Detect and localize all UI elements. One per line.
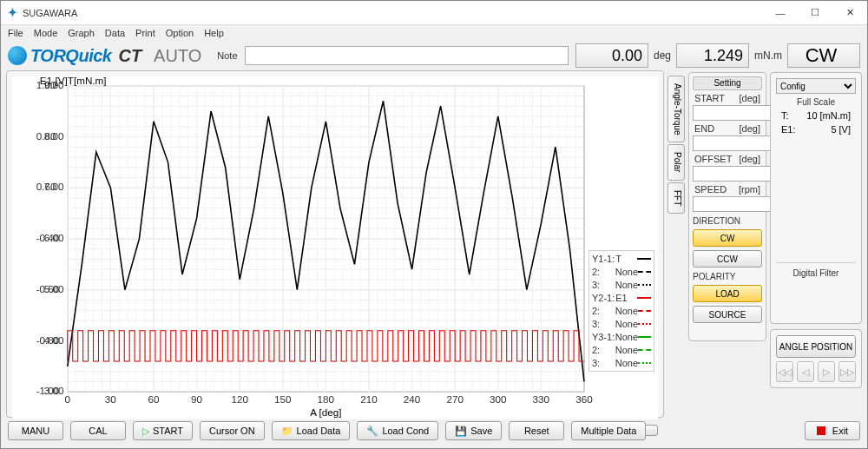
svg-text:90: 90 [191, 393, 202, 405]
menubar: File Mode Graph Data Print Option Help [1, 25, 867, 41]
menu-help[interactable]: Help [204, 28, 224, 38]
nav-rewind[interactable]: ◁◁ [776, 361, 793, 382]
menu-graph[interactable]: Graph [68, 28, 95, 38]
note-label: Note [217, 50, 237, 61]
config-select[interactable]: Config [776, 78, 856, 94]
loadcond-button[interactable]: 🔧Load Cond [357, 421, 438, 440]
svg-text:30: 30 [105, 393, 116, 405]
loaddata-button[interactable]: 📁Load Data [272, 421, 351, 440]
menu-data[interactable]: Data [105, 28, 125, 38]
vtabs: Angle-Torque Polar FFT [667, 76, 685, 418]
menu-file[interactable]: File [8, 28, 23, 38]
legend-row: 2:None [592, 306, 651, 316]
multiple-button[interactable]: Multiple Data [571, 421, 646, 440]
save-button[interactable]: 💾Save [445, 421, 502, 440]
titlebar: ✦ SUGAWARA — ☐ ✕ [1, 1, 867, 25]
speed-unit: [rpm] [739, 184, 760, 195]
manu-button[interactable]: MANU [8, 421, 63, 440]
polarity-label: POLARITY [693, 269, 762, 281]
close-button[interactable]: ✕ [832, 1, 867, 25]
start-button[interactable]: ▷START [133, 421, 193, 440]
maximize-button[interactable]: ☐ [798, 1, 832, 25]
e1-value: 5 [V] [831, 124, 851, 135]
window-title: SUGAWARA [23, 8, 763, 18]
svg-text:7.00: 7.00 [44, 181, 64, 192]
svg-text:5.00: 5.00 [44, 283, 64, 294]
svg-text:3.00: 3.00 [44, 385, 64, 396]
t-label: T: [781, 110, 789, 121]
legend-row: 3:None [592, 358, 651, 368]
tab-fft[interactable]: FFT [667, 182, 685, 214]
plot-panel: 1.009.000.808.000.607.00-0.406.00-0.605.… [6, 70, 664, 418]
menu-option[interactable]: Option [166, 28, 194, 38]
cw-button[interactable]: CW [693, 229, 762, 247]
cal-button[interactable]: CAL [70, 421, 126, 440]
right-column: Config Full Scale T:10 [mN.m] E1:5 [V] D… [770, 72, 862, 418]
config-panel: Config Full Scale T:10 [mN.m] E1:5 [V] D… [770, 72, 862, 324]
nav-back[interactable]: ◁ [797, 361, 814, 382]
legend-row: 3:None [592, 280, 651, 290]
legend-row: Y3-1:None [592, 332, 651, 342]
menu-mode[interactable]: Mode [34, 28, 58, 38]
svg-text:8.00: 8.00 [44, 130, 64, 142]
cursor-button[interactable]: Cursor ON [200, 421, 265, 440]
angle-unit: deg [654, 50, 671, 62]
mode-label: AUTO [154, 46, 201, 66]
legend-row: 2:None [592, 345, 651, 355]
source-button[interactable]: SOURCE [693, 306, 762, 323]
svg-text:E1 [V]: E1 [V] [40, 76, 68, 86]
app-icon: ✦ [8, 6, 17, 19]
play-icon: ▷ [142, 426, 149, 437]
svg-text:T[mN.m]: T[mN.m] [68, 76, 107, 86]
settings-head: Setting [693, 76, 762, 90]
legend: Y1-1:T2:None3:NoneY2-1:E12:None3:NoneY3-… [589, 250, 654, 372]
svg-text:4.00: 4.00 [44, 334, 64, 346]
svg-text:360: 360 [575, 393, 593, 405]
start-unit: [deg] [740, 93, 760, 103]
svg-text:240: 240 [404, 393, 421, 405]
svg-text:A [deg]: A [deg] [310, 406, 341, 418]
digital-filter-label: Digital Filter [776, 262, 856, 278]
settings-panel: Setting START[deg] ▾ END[deg] ▾ OFFSET[d… [688, 72, 766, 341]
svg-text:0: 0 [65, 393, 71, 405]
legend-row: Y1-1:T [592, 254, 651, 264]
note-input[interactable] [245, 46, 569, 65]
fullscale-label: Full Scale [776, 97, 856, 107]
direction-readout: CW [787, 43, 860, 68]
angle-readout: 0.00 [575, 43, 648, 68]
stop-icon [817, 426, 825, 435]
nav-ffwd[interactable]: ▷▷ [838, 361, 856, 382]
angle-nav-panel: ANGLE POSITION ◁◁ ◁ ▷ ▷▷ [770, 329, 862, 388]
nav-fwd[interactable]: ▷ [818, 361, 835, 382]
swirl-icon [8, 46, 27, 65]
ccw-button[interactable]: CCW [693, 250, 762, 267]
torque-readout: 1.249 [676, 43, 749, 68]
minimize-button[interactable]: — [763, 1, 798, 25]
svg-text:120: 120 [231, 393, 248, 405]
svg-text:210: 210 [360, 393, 378, 405]
end-unit: [deg] [740, 123, 760, 134]
menu-print[interactable]: Print [135, 28, 155, 38]
app-logo: TORQuick CT [8, 46, 141, 66]
chart: 1.009.000.808.000.607.00-0.406.00-0.605.… [12, 76, 658, 419]
load-button[interactable]: LOAD [693, 285, 762, 302]
speed-label: SPEED [694, 184, 727, 195]
legend-row: 2:None [592, 267, 651, 277]
tab-polar[interactable]: Polar [667, 144, 685, 180]
svg-text:330: 330 [533, 393, 550, 405]
tab-angle-torque[interactable]: Angle-Torque [667, 76, 685, 142]
readouts: 0.00 deg 1.249 mN.m CW [575, 43, 860, 68]
folder-icon: 📁 [281, 426, 293, 437]
svg-text:150: 150 [274, 393, 292, 405]
reset-button[interactable]: Reset [509, 421, 564, 440]
torque-unit: mN.m [754, 50, 782, 62]
brand-name: TORQuick [30, 46, 111, 66]
main: 1.009.000.808.000.607.00-0.406.00-0.605.… [1, 70, 867, 418]
disk-icon: 💾 [455, 426, 467, 437]
angle-position-button[interactable]: ANGLE POSITION [776, 335, 856, 358]
svg-text:300: 300 [490, 393, 507, 405]
brand-suffix: CT [118, 46, 141, 66]
legend-row: Y2-1:E1 [592, 293, 651, 303]
svg-text:6.00: 6.00 [44, 232, 64, 243]
exit-button[interactable]: Exit [805, 421, 860, 440]
